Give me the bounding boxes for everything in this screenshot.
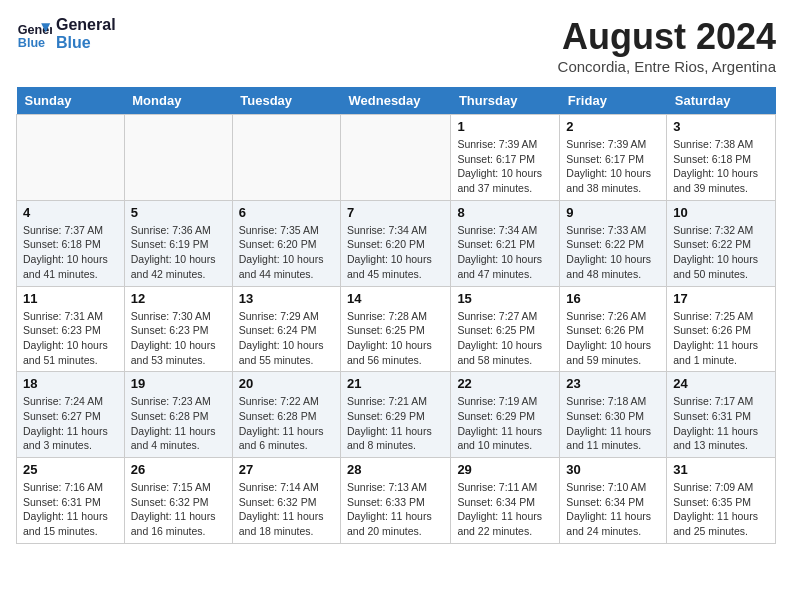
- day-cell: 30Sunrise: 7:10 AM Sunset: 6:34 PM Dayli…: [560, 458, 667, 544]
- day-cell: [124, 115, 232, 201]
- day-content: Sunrise: 7:21 AM Sunset: 6:29 PM Dayligh…: [347, 394, 444, 453]
- day-cell: [341, 115, 451, 201]
- day-content: Sunrise: 7:37 AM Sunset: 6:18 PM Dayligh…: [23, 223, 118, 282]
- day-number: 8: [457, 205, 553, 220]
- header-row: SundayMondayTuesdayWednesdayThursdayFrid…: [17, 87, 776, 115]
- day-number: 20: [239, 376, 334, 391]
- day-content: Sunrise: 7:36 AM Sunset: 6:19 PM Dayligh…: [131, 223, 226, 282]
- weekday-header-monday: Monday: [124, 87, 232, 115]
- svg-text:Blue: Blue: [18, 36, 45, 50]
- day-number: 27: [239, 462, 334, 477]
- day-cell: 3Sunrise: 7:38 AM Sunset: 6:18 PM Daylig…: [667, 115, 776, 201]
- day-number: 25: [23, 462, 118, 477]
- day-number: 31: [673, 462, 769, 477]
- day-cell: 2Sunrise: 7:39 AM Sunset: 6:17 PM Daylig…: [560, 115, 667, 201]
- day-content: Sunrise: 7:27 AM Sunset: 6:25 PM Dayligh…: [457, 309, 553, 368]
- month-year: August 2024: [558, 16, 776, 58]
- day-content: Sunrise: 7:26 AM Sunset: 6:26 PM Dayligh…: [566, 309, 660, 368]
- day-number: 22: [457, 376, 553, 391]
- day-content: Sunrise: 7:33 AM Sunset: 6:22 PM Dayligh…: [566, 223, 660, 282]
- day-content: Sunrise: 7:22 AM Sunset: 6:28 PM Dayligh…: [239, 394, 334, 453]
- logo-blue: Blue: [56, 34, 116, 52]
- day-content: Sunrise: 7:34 AM Sunset: 6:21 PM Dayligh…: [457, 223, 553, 282]
- day-number: 10: [673, 205, 769, 220]
- logo: General Blue General Blue: [16, 16, 116, 52]
- day-cell: [17, 115, 125, 201]
- weekday-header-sunday: Sunday: [17, 87, 125, 115]
- logo-icon: General Blue: [16, 16, 52, 52]
- day-number: 28: [347, 462, 444, 477]
- day-content: Sunrise: 7:25 AM Sunset: 6:26 PM Dayligh…: [673, 309, 769, 368]
- day-cell: 25Sunrise: 7:16 AM Sunset: 6:31 PM Dayli…: [17, 458, 125, 544]
- day-cell: 10Sunrise: 7:32 AM Sunset: 6:22 PM Dayli…: [667, 200, 776, 286]
- week-row-5: 25Sunrise: 7:16 AM Sunset: 6:31 PM Dayli…: [17, 458, 776, 544]
- day-cell: 5Sunrise: 7:36 AM Sunset: 6:19 PM Daylig…: [124, 200, 232, 286]
- day-number: 6: [239, 205, 334, 220]
- day-content: Sunrise: 7:38 AM Sunset: 6:18 PM Dayligh…: [673, 137, 769, 196]
- weekday-header-saturday: Saturday: [667, 87, 776, 115]
- day-number: 5: [131, 205, 226, 220]
- day-cell: 13Sunrise: 7:29 AM Sunset: 6:24 PM Dayli…: [232, 286, 340, 372]
- day-cell: [232, 115, 340, 201]
- day-number: 2: [566, 119, 660, 134]
- day-cell: 9Sunrise: 7:33 AM Sunset: 6:22 PM Daylig…: [560, 200, 667, 286]
- day-content: Sunrise: 7:09 AM Sunset: 6:35 PM Dayligh…: [673, 480, 769, 539]
- day-number: 12: [131, 291, 226, 306]
- day-content: Sunrise: 7:28 AM Sunset: 6:25 PM Dayligh…: [347, 309, 444, 368]
- day-content: Sunrise: 7:29 AM Sunset: 6:24 PM Dayligh…: [239, 309, 334, 368]
- day-number: 23: [566, 376, 660, 391]
- day-content: Sunrise: 7:34 AM Sunset: 6:20 PM Dayligh…: [347, 223, 444, 282]
- day-content: Sunrise: 7:19 AM Sunset: 6:29 PM Dayligh…: [457, 394, 553, 453]
- day-cell: 6Sunrise: 7:35 AM Sunset: 6:20 PM Daylig…: [232, 200, 340, 286]
- day-content: Sunrise: 7:24 AM Sunset: 6:27 PM Dayligh…: [23, 394, 118, 453]
- week-row-4: 18Sunrise: 7:24 AM Sunset: 6:27 PM Dayli…: [17, 372, 776, 458]
- day-cell: 15Sunrise: 7:27 AM Sunset: 6:25 PM Dayli…: [451, 286, 560, 372]
- day-content: Sunrise: 7:11 AM Sunset: 6:34 PM Dayligh…: [457, 480, 553, 539]
- day-cell: 16Sunrise: 7:26 AM Sunset: 6:26 PM Dayli…: [560, 286, 667, 372]
- day-content: Sunrise: 7:32 AM Sunset: 6:22 PM Dayligh…: [673, 223, 769, 282]
- day-cell: 21Sunrise: 7:21 AM Sunset: 6:29 PM Dayli…: [341, 372, 451, 458]
- day-content: Sunrise: 7:16 AM Sunset: 6:31 PM Dayligh…: [23, 480, 118, 539]
- day-content: Sunrise: 7:30 AM Sunset: 6:23 PM Dayligh…: [131, 309, 226, 368]
- day-number: 21: [347, 376, 444, 391]
- day-number: 4: [23, 205, 118, 220]
- day-content: Sunrise: 7:10 AM Sunset: 6:34 PM Dayligh…: [566, 480, 660, 539]
- day-number: 1: [457, 119, 553, 134]
- day-number: 15: [457, 291, 553, 306]
- day-number: 11: [23, 291, 118, 306]
- day-content: Sunrise: 7:31 AM Sunset: 6:23 PM Dayligh…: [23, 309, 118, 368]
- day-cell: 26Sunrise: 7:15 AM Sunset: 6:32 PM Dayli…: [124, 458, 232, 544]
- weekday-header-tuesday: Tuesday: [232, 87, 340, 115]
- day-content: Sunrise: 7:35 AM Sunset: 6:20 PM Dayligh…: [239, 223, 334, 282]
- day-content: Sunrise: 7:14 AM Sunset: 6:32 PM Dayligh…: [239, 480, 334, 539]
- day-cell: 11Sunrise: 7:31 AM Sunset: 6:23 PM Dayli…: [17, 286, 125, 372]
- day-cell: 14Sunrise: 7:28 AM Sunset: 6:25 PM Dayli…: [341, 286, 451, 372]
- day-number: 13: [239, 291, 334, 306]
- day-number: 19: [131, 376, 226, 391]
- day-content: Sunrise: 7:39 AM Sunset: 6:17 PM Dayligh…: [457, 137, 553, 196]
- day-cell: 28Sunrise: 7:13 AM Sunset: 6:33 PM Dayli…: [341, 458, 451, 544]
- day-content: Sunrise: 7:15 AM Sunset: 6:32 PM Dayligh…: [131, 480, 226, 539]
- day-number: 7: [347, 205, 444, 220]
- day-content: Sunrise: 7:17 AM Sunset: 6:31 PM Dayligh…: [673, 394, 769, 453]
- weekday-header-wednesday: Wednesday: [341, 87, 451, 115]
- day-number: 24: [673, 376, 769, 391]
- location: Concordia, Entre Rios, Argentina: [558, 58, 776, 75]
- day-number: 9: [566, 205, 660, 220]
- day-cell: 27Sunrise: 7:14 AM Sunset: 6:32 PM Dayli…: [232, 458, 340, 544]
- logo-general: General: [56, 16, 116, 34]
- day-cell: 8Sunrise: 7:34 AM Sunset: 6:21 PM Daylig…: [451, 200, 560, 286]
- day-cell: 22Sunrise: 7:19 AM Sunset: 6:29 PM Dayli…: [451, 372, 560, 458]
- day-cell: 12Sunrise: 7:30 AM Sunset: 6:23 PM Dayli…: [124, 286, 232, 372]
- day-number: 30: [566, 462, 660, 477]
- week-row-1: 1Sunrise: 7:39 AM Sunset: 6:17 PM Daylig…: [17, 115, 776, 201]
- week-row-2: 4Sunrise: 7:37 AM Sunset: 6:18 PM Daylig…: [17, 200, 776, 286]
- day-cell: 23Sunrise: 7:18 AM Sunset: 6:30 PM Dayli…: [560, 372, 667, 458]
- day-number: 16: [566, 291, 660, 306]
- day-cell: 20Sunrise: 7:22 AM Sunset: 6:28 PM Dayli…: [232, 372, 340, 458]
- day-number: 17: [673, 291, 769, 306]
- day-content: Sunrise: 7:23 AM Sunset: 6:28 PM Dayligh…: [131, 394, 226, 453]
- calendar-table: SundayMondayTuesdayWednesdayThursdayFrid…: [16, 87, 776, 544]
- day-number: 29: [457, 462, 553, 477]
- day-number: 26: [131, 462, 226, 477]
